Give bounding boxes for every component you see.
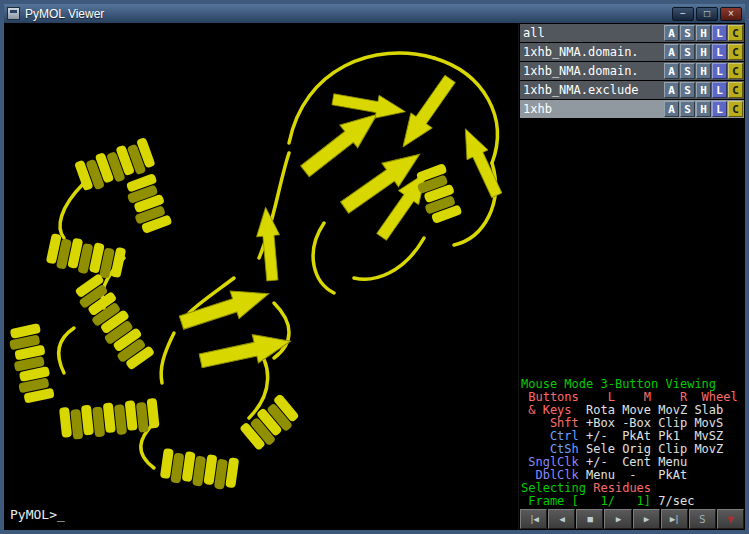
close-button[interactable]: ×	[720, 7, 742, 21]
object-label[interactable]: 1xhb_NMA.exclude	[520, 83, 664, 97]
movie-controls: |◀ ◀ ■ ▶ ▶ ▶| S ▼	[519, 508, 745, 530]
label-button[interactable]: L	[712, 25, 727, 41]
step-forward-button[interactable]: ▶	[633, 509, 660, 529]
show-button[interactable]: S	[680, 25, 695, 41]
viewport-3d[interactable]: PyMOL>_	[4, 23, 518, 530]
color-button[interactable]: C	[728, 44, 743, 60]
object-label[interactable]: all	[520, 26, 664, 40]
show-button[interactable]: S	[680, 44, 695, 60]
object-row-1xhb[interactable]: 1xhb A S H L C	[520, 100, 744, 118]
panel-spacer	[519, 119, 745, 378]
action-button[interactable]: A	[664, 44, 679, 60]
rewind-button[interactable]: |◀	[520, 509, 547, 529]
hide-button[interactable]: H	[696, 44, 711, 60]
show-button[interactable]: S	[680, 82, 695, 98]
frame-counter-line[interactable]: Frame [ 1/ 1] 7/sec	[521, 495, 745, 508]
scene-button[interactable]: S	[689, 509, 716, 529]
action-button[interactable]: A	[664, 101, 679, 117]
hide-button[interactable]: H	[696, 25, 711, 41]
label-button[interactable]: L	[712, 63, 727, 79]
color-button[interactable]: C	[728, 101, 743, 117]
app-icon	[7, 7, 20, 20]
window-title: PyMOL Viewer	[25, 7, 667, 21]
object-row-all[interactable]: all A S H L C	[520, 24, 744, 42]
action-button[interactable]: A	[664, 25, 679, 41]
label-button[interactable]: L	[712, 82, 727, 98]
end-button[interactable]: ▶|	[661, 509, 688, 529]
object-row-domain-1[interactable]: 1xhb_NMA.domain. A S H L C	[520, 43, 744, 61]
pymol-window: PyMOL Viewer − □ ×	[0, 0, 749, 534]
color-button[interactable]: C	[728, 82, 743, 98]
object-row-domain-2[interactable]: 1xhb_NMA.domain. A S H L C	[520, 62, 744, 80]
protein-beta-sheets	[177, 72, 507, 375]
object-list: all A S H L C 1xhb_NMA.domain. A S H	[519, 23, 745, 119]
hide-button[interactable]: H	[696, 101, 711, 117]
show-button[interactable]: S	[680, 63, 695, 79]
title-bar[interactable]: PyMOL Viewer − □ ×	[4, 4, 745, 23]
protein-structure	[4, 23, 518, 530]
show-button[interactable]: S	[680, 101, 695, 117]
action-button[interactable]: A	[664, 63, 679, 79]
action-button[interactable]: A	[664, 82, 679, 98]
color-button[interactable]: C	[728, 63, 743, 79]
panel-toggle-button[interactable]: ▼	[717, 509, 744, 529]
object-label[interactable]: 1xhb_NMA.domain.	[520, 45, 664, 59]
command-prompt[interactable]: PyMOL>_	[10, 507, 65, 522]
maximize-button[interactable]: □	[696, 7, 718, 21]
object-label[interactable]: 1xhb	[520, 102, 664, 116]
play-button[interactable]: ▶	[604, 509, 631, 529]
minimize-button[interactable]: −	[672, 7, 694, 21]
step-back-button[interactable]: ◀	[548, 509, 575, 529]
color-button[interactable]: C	[728, 25, 743, 41]
label-button[interactable]: L	[712, 101, 727, 117]
object-label[interactable]: 1xhb_NMA.domain.	[520, 64, 664, 78]
control-panel: all A S H L C 1xhb_NMA.domain. A S H	[518, 23, 745, 530]
hide-button[interactable]: H	[696, 82, 711, 98]
label-button[interactable]: L	[712, 44, 727, 60]
object-row-exclude[interactable]: 1xhb_NMA.exclude A S H L C	[520, 81, 744, 99]
stop-button[interactable]: ■	[576, 509, 603, 529]
mouse-mode-panel: Mouse Mode 3-Button Viewing Buttons L M …	[519, 378, 745, 508]
hide-button[interactable]: H	[696, 63, 711, 79]
